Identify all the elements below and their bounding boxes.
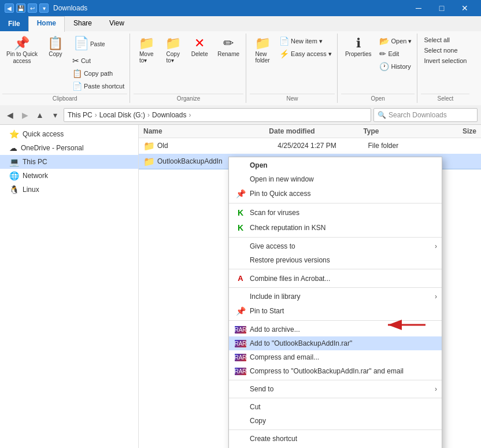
edit-button[interactable]: ✏ Edit	[376, 47, 415, 60]
new-buttons: 📁 Newfolder 📄 New item ▾ ⚡ Easy access ▾	[250, 35, 335, 92]
cut-button[interactable]: ✂ Cut	[69, 54, 127, 67]
edit-label: Edit	[388, 50, 399, 57]
ctx-open-new-window[interactable]: Open in new window	[229, 172, 442, 186]
tab-share[interactable]: Share	[65, 16, 101, 31]
ctx-open-new-window-label: Open in new window	[250, 175, 314, 183]
forward-button[interactable]: ▶	[18, 109, 31, 121]
file-row-old[interactable]: 📁 Old 4/25/2024 1:27 PM File folder	[139, 138, 481, 154]
ctx-kaspersky-icon-1: K	[235, 208, 246, 217]
rename-button[interactable]: ✏ Rename	[213, 35, 243, 60]
navigation-bar: ◀ ▶ ▲ ▾ This PC › Local Disk (G:) › Down…	[0, 105, 481, 125]
ctx-give-access[interactable]: Give access to ›	[229, 239, 442, 253]
file-type-old: File folder	[368, 142, 428, 150]
pin-button[interactable]: 📌 Pin to Quickaccess	[2, 35, 42, 67]
properties-button[interactable]: ℹ Properties	[341, 35, 376, 60]
ctx-add-rar-label: Add to "OutlookBackupAddIn.rar"	[250, 339, 352, 347]
ctx-compress-email[interactable]: RAR Compress and email...	[229, 350, 442, 364]
delete-button[interactable]: ✕ Delete	[187, 35, 212, 60]
tab-view[interactable]: View	[101, 16, 133, 31]
paste-shortcut-button[interactable]: 📄 Paste shortcut	[69, 80, 127, 92]
ctx-winrar-icon-3: RAR	[235, 354, 246, 361]
col-header-size[interactable]: Size	[426, 127, 476, 135]
recent-button[interactable]: ▾	[49, 109, 61, 121]
col-header-date[interactable]: Date modified	[269, 127, 363, 135]
quick-access-icon[interactable]: ◀	[5, 3, 14, 13]
save-icon[interactable]: 💾	[16, 3, 25, 13]
minimize-button[interactable]: ─	[407, 0, 430, 16]
select-none-button[interactable]: Select none	[421, 45, 469, 55]
copy-to-button[interactable]: 📁 Copyto▾	[160, 35, 186, 66]
invert-selection-button[interactable]: Invert selection	[421, 55, 469, 66]
main-container: ⭐ Quick access ☁ OneDrive - Personal 💻 T…	[0, 125, 481, 448]
folder-icon-old: 📁	[143, 140, 154, 151]
maximize-button[interactable]: □	[430, 0, 453, 16]
onedrive-icon: ☁	[9, 143, 17, 153]
col-header-name[interactable]: Name	[143, 127, 269, 135]
window-title: Downloads	[53, 4, 407, 12]
ribbon-group-open: ℹ Properties 📂 Open ▾ ✏ Edit 🕐 History	[339, 34, 418, 103]
paste-button[interactable]: 📄 Paste	[69, 35, 127, 53]
new-item-button[interactable]: 📄 New item ▾	[276, 35, 335, 47]
col-header-type[interactable]: Type	[363, 127, 426, 135]
move-to-button[interactable]: 📁 Moveto▾	[134, 35, 159, 66]
ctx-open[interactable]: Open	[229, 158, 442, 172]
ctx-cut[interactable]: Cut	[229, 400, 442, 414]
sidebar-label-network: Network	[23, 172, 48, 180]
organize-buttons: 📁 Moveto▾ 📁 Copyto▾ ✕ Delete ✏ Rename	[134, 35, 243, 92]
breadcrumb[interactable]: This PC › Local Disk (G:) › Downloads ›	[64, 108, 371, 122]
back-button[interactable]: ◀	[3, 109, 16, 121]
easy-access-button[interactable]: ⚡ Easy access ▾	[276, 47, 335, 60]
tab-home[interactable]: Home	[28, 16, 65, 32]
ctx-send-to[interactable]: Send to ›	[229, 382, 442, 396]
copy-label: Copy	[49, 51, 62, 57]
new-folder-button[interactable]: 📁 Newfolder	[250, 35, 275, 66]
sidebar-item-this-pc[interactable]: 💻 This PC	[0, 155, 138, 169]
history-icon: 🕐	[379, 62, 389, 71]
open-label: Open ▾	[391, 38, 412, 45]
ctx-sep-1	[229, 203, 442, 203]
tab-file[interactable]: File	[0, 16, 28, 31]
edit-icon: ✏	[379, 49, 386, 58]
copy-button[interactable]: 📋 Copy	[43, 35, 68, 60]
sidebar-item-onedrive[interactable]: ☁ OneDrive - Personal	[0, 141, 138, 155]
dropdown-icon[interactable]: ▾	[39, 3, 49, 13]
up-button[interactable]: ▲	[34, 109, 46, 121]
ctx-combine-acrobat[interactable]: A Combine files in Acrobat...	[229, 271, 442, 286]
ctx-restore-versions[interactable]: Restore previous versions	[229, 253, 442, 267]
ctx-winrar-icon-2: RAR	[235, 340, 246, 347]
sidebar-item-network[interactable]: 🌐 Network	[0, 169, 138, 183]
sidebar-item-linux[interactable]: 🐧 Linux	[0, 183, 138, 197]
ctx-send-to-label: Send to	[250, 385, 273, 393]
new-folder-icon: 📁	[255, 37, 271, 50]
history-button[interactable]: 🕐 History	[376, 60, 415, 73]
select-buttons: Select all Select none Invert selection	[421, 35, 469, 92]
ctx-delete[interactable]: Delete	[229, 446, 442, 448]
select-all-button[interactable]: Select all	[421, 35, 469, 45]
copy-path-icon: 📋	[72, 69, 82, 78]
ctx-copy-label: Copy	[250, 417, 266, 425]
search-box[interactable]: 🔍 Search Downloads	[373, 108, 478, 122]
ctx-compress-rar-email[interactable]: RAR Compress to "OutlookBackupAddIn.rar"…	[229, 364, 442, 378]
file-area: Name Date modified Type Size 📁 Old 4/25/…	[139, 125, 481, 448]
ctx-add-rar[interactable]: RAR Add to "OutlookBackupAddIn.rar"	[229, 336, 442, 350]
ctx-check-reputation[interactable]: K Check reputation in KSN	[229, 220, 442, 235]
sidebar-label-linux: Linux	[23, 186, 39, 194]
open-button[interactable]: 📂 Open ▾	[376, 35, 415, 47]
ctx-pin-quick[interactable]: 📌 Pin to Quick access	[229, 186, 442, 201]
linux-icon: 🐧	[9, 185, 19, 194]
ctx-create-shortcut[interactable]: Create shortcut	[229, 432, 442, 446]
ctx-copy[interactable]: Copy	[229, 414, 442, 428]
breadcrumb-thispc: This PC	[68, 111, 92, 119]
ctx-scan-viruses[interactable]: K Scan for viruses	[229, 205, 442, 220]
ctx-give-access-label: Give access to	[250, 242, 295, 250]
select-group-label: Select	[421, 94, 469, 102]
ctx-include-library[interactable]: Include in library ›	[229, 290, 442, 303]
select-none-label: Select none	[424, 47, 457, 54]
ribbon-group-organize: 📁 Moveto▾ 📁 Copyto▾ ✕ Delete ✏ Rename Or…	[131, 34, 246, 103]
copy-path-button[interactable]: 📋 Copy path	[69, 67, 127, 80]
close-button[interactable]: ✕	[453, 0, 476, 16]
sidebar-item-quick-access[interactable]: ⭐ Quick access	[0, 127, 138, 141]
ribbon-group-select: Select all Select none Invert selection …	[419, 34, 472, 103]
undo-icon[interactable]: ↩	[28, 3, 37, 13]
clipboard-label: Clipboard	[2, 94, 127, 102]
